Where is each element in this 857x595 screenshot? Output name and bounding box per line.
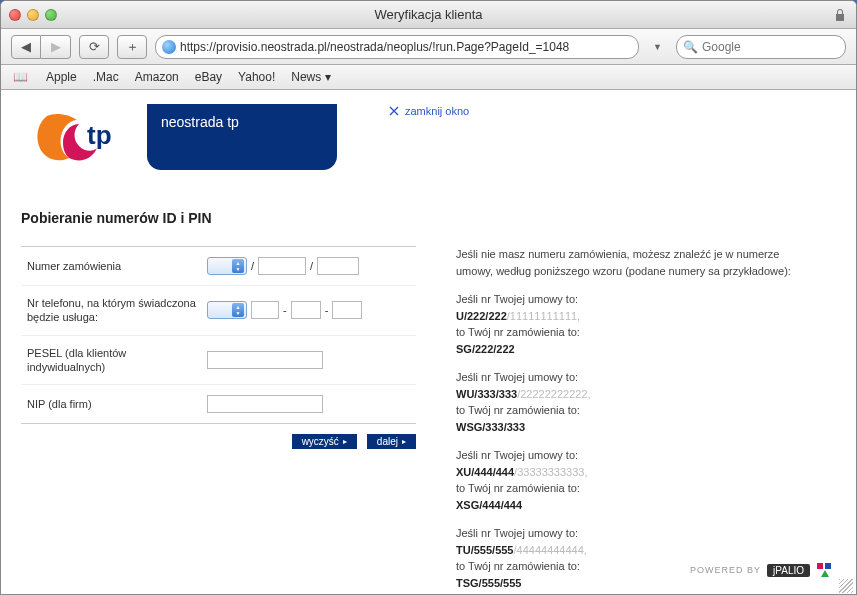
bookmark-ebay[interactable]: eBay bbox=[195, 70, 222, 84]
row-order: Numer zamówienia / / bbox=[21, 247, 416, 285]
label-pesel: PESEL (dla klientów indywidualnych) bbox=[27, 346, 207, 375]
bookmark-apple[interactable]: Apple bbox=[46, 70, 77, 84]
order-part-1-input[interactable] bbox=[258, 257, 306, 275]
window-title: Weryfikacja klienta bbox=[1, 7, 856, 22]
info-g4: Jeśli nr Twojej umowy to:TU/555/555/4444… bbox=[456, 525, 796, 591]
search-input[interactable] bbox=[702, 40, 839, 54]
info-g1: Jeśli nr Twojej umowy to:U/222/222/11111… bbox=[456, 291, 796, 357]
browser-toolbar: ◀ ▶ ⟳ ＋ https://provisio.neostrada.pl/ne… bbox=[1, 29, 856, 65]
phone-part-2-input[interactable] bbox=[291, 301, 321, 319]
sep: - bbox=[283, 304, 287, 316]
bookmarks-bar: Apple .Mac Amazon eBay Yahoo! News ▾ bbox=[1, 65, 856, 90]
search-field[interactable]: 🔍 bbox=[676, 35, 846, 59]
info-panel: Jeśli nie masz numeru zamówienia, możesz… bbox=[456, 246, 796, 595]
svg-marker-3 bbox=[821, 570, 829, 577]
order-part-2-input[interactable] bbox=[317, 257, 359, 275]
phone-prefix-select[interactable] bbox=[207, 301, 247, 319]
label-phone: Nr telefonu, na którym świadczona będzie… bbox=[27, 296, 207, 325]
clear-button[interactable]: wyczyść▸ bbox=[292, 434, 357, 449]
close-icon bbox=[387, 104, 401, 118]
page-title: Pobieranie numerów ID i PIN bbox=[21, 210, 836, 226]
bookmarks-icon[interactable] bbox=[13, 70, 30, 84]
forward-button[interactable]: ▶ bbox=[41, 35, 71, 59]
pesel-input[interactable] bbox=[207, 351, 323, 369]
reload-button[interactable]: ⟳ bbox=[79, 35, 109, 59]
svg-rect-2 bbox=[825, 563, 831, 569]
sep: / bbox=[251, 260, 254, 272]
order-prefix-select[interactable] bbox=[207, 257, 247, 275]
sep: / bbox=[310, 260, 313, 272]
bookmark-news[interactable]: News ▾ bbox=[291, 70, 330, 84]
lock-icon bbox=[834, 8, 846, 26]
info-g3: Jeśli nr Twojej umowy to:XU/444/444/3333… bbox=[456, 447, 796, 513]
row-nip: NIP (dla firm) bbox=[21, 384, 416, 423]
window-titlebar: Weryfikacja klienta bbox=[1, 1, 856, 29]
globe-icon bbox=[162, 40, 176, 54]
bookmark-amazon[interactable]: Amazon bbox=[135, 70, 179, 84]
brand-tab: neostrada tp bbox=[147, 104, 337, 170]
bookmark-mac[interactable]: .Mac bbox=[93, 70, 119, 84]
nip-input[interactable] bbox=[207, 395, 323, 413]
form: Numer zamówienia / / Nr telefonu, na któ… bbox=[21, 246, 416, 424]
next-button[interactable]: dalej▸ bbox=[367, 434, 416, 449]
nav-back-forward: ◀ ▶ bbox=[11, 35, 71, 59]
tp-logo: tp bbox=[21, 104, 137, 174]
info-g2: Jeśli nr Twojej umowy to:WU/333/333/2222… bbox=[456, 369, 796, 435]
jpalio-icon bbox=[816, 562, 834, 578]
back-button[interactable]: ◀ bbox=[11, 35, 41, 59]
label-order: Numer zamówienia bbox=[27, 259, 207, 273]
info-intro: Jeśli nie masz numeru zamówienia, możesz… bbox=[456, 246, 796, 279]
close-window-label: zamknij okno bbox=[405, 105, 469, 117]
history-dropdown-icon[interactable]: ▼ bbox=[647, 42, 668, 52]
address-bar[interactable]: https://provisio.neostrada.pl/neostrada/… bbox=[155, 35, 639, 59]
row-pesel: PESEL (dla klientów indywidualnych) bbox=[21, 335, 416, 385]
close-window-link[interactable]: zamknij okno bbox=[387, 104, 469, 118]
bookmark-yahoo[interactable]: Yahoo! bbox=[238, 70, 275, 84]
label-nip: NIP (dla firm) bbox=[27, 397, 207, 411]
jpalio-badge: jPALIO bbox=[767, 564, 810, 577]
svg-rect-1 bbox=[817, 563, 823, 569]
sep: - bbox=[325, 304, 329, 316]
phone-part-1-input[interactable] bbox=[251, 301, 279, 319]
address-bar-text: https://provisio.neostrada.pl/neostrada/… bbox=[180, 40, 632, 54]
powered-by-label: POWERED BY bbox=[690, 565, 761, 575]
search-icon: 🔍 bbox=[683, 40, 698, 54]
powered-by: POWERED BY jPALIO bbox=[690, 562, 834, 578]
add-bookmark-button[interactable]: ＋ bbox=[117, 35, 147, 59]
row-phone: Nr telefonu, na którym świadczona będzie… bbox=[21, 285, 416, 335]
svg-text:tp: tp bbox=[87, 120, 112, 150]
phone-part-3-input[interactable] bbox=[332, 301, 362, 319]
resize-grip[interactable] bbox=[839, 579, 853, 593]
